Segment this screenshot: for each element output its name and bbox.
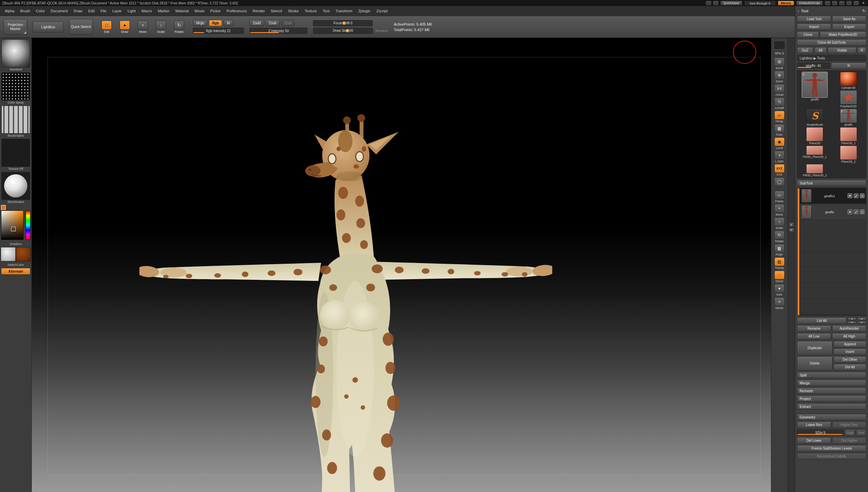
subtool-up-button[interactable]: ▲: [847, 317, 856, 320]
tool-thumb-plane3d[interactable]: Plane3D: [806, 127, 823, 145]
clone-button[interactable]: Clone: [797, 31, 819, 38]
tool-thumb-plane3d-1[interactable]: Plane3D_1: [840, 127, 857, 145]
close-icon[interactable]: ×: [861, 1, 866, 5]
geometry-header[interactable]: Geometry: [797, 414, 866, 420]
shelf-radial-sym-button[interactable]: ◯: [772, 177, 787, 190]
collapse-panel-icon[interactable]: ‹: [798, 9, 799, 13]
tool-thumb-polymesh3d[interactable]: ★ PolyMesh3D: [840, 90, 857, 108]
titlebar-tool-icon[interactable]: [706, 1, 711, 5]
titlebar-tool-icon[interactable]: [713, 1, 718, 5]
shelf-persp-toggle[interactable]: ▱ Persp: [772, 111, 787, 123]
menu-item[interactable]: Edit: [85, 8, 97, 14]
menu-item[interactable]: Alpha: [2, 8, 17, 14]
shelf-frame-button[interactable]: ▭ Frame: [772, 191, 787, 203]
cage-button[interactable]: Cage: [845, 429, 855, 436]
titlebar-tool-icon[interactable]: [854, 1, 859, 5]
menu-item[interactable]: Stencil: [268, 8, 285, 14]
titlebar-tool-icon[interactable]: [846, 1, 852, 5]
del-lower-button[interactable]: Del Lower: [797, 437, 831, 444]
canvas-h-scroll[interactable]: ◀ ▶: [396, 488, 407, 491]
menu-item[interactable]: File: [98, 8, 109, 14]
subtool-item-giraffe[interactable]: giraffe: [800, 204, 866, 220]
menu-item[interactable]: Document: [48, 8, 70, 14]
quick-sketch-button[interactable]: Quick Sketch: [69, 19, 93, 35]
shelf-rotate-button[interactable]: ↻ Rotate: [772, 231, 787, 243]
menu-item[interactable]: Zscript: [374, 8, 390, 14]
see-through-slider[interactable]: See-through 0: [744, 1, 776, 5]
z-intensity-slider[interactable]: Z Intensity 50: [249, 28, 308, 34]
make-polymesh3d-button[interactable]: Make PolyMesh3D: [820, 31, 866, 38]
menu-item[interactable]: Picker: [207, 8, 223, 14]
goz-button[interactable]: GoZ: [797, 47, 813, 54]
tool-thumb-giraffe-2[interactable]: 2 giraffe: [840, 109, 857, 126]
document-canvas[interactable]: ◀ ▶: [32, 38, 771, 492]
shelf-scroll-button[interactable]: ⊞ Scroll: [772, 57, 787, 70]
texture-thumbnail[interactable]: [1, 139, 30, 167]
giraffe-model[interactable]: [139, 110, 552, 492]
shelf-ghost-toggle[interactable]: ◌ Ghost: [772, 271, 787, 283]
titlebar-tool-icon[interactable]: [839, 1, 844, 5]
duplicate-button[interactable]: Duplicate: [797, 341, 832, 355]
menu-item[interactable]: Marker: [155, 8, 172, 14]
tool-thumb-plane3d-2[interactable]: Plane3D_2: [840, 146, 857, 163]
all-low-button[interactable]: All Low: [797, 333, 831, 340]
shelf-scale-button[interactable]: ↕ Scale: [772, 217, 787, 230]
rename-button[interactable]: Rename: [797, 325, 831, 332]
extract-section[interactable]: Extract: [797, 403, 866, 410]
subtool-empty-slot[interactable]: [800, 236, 866, 251]
subtool-down-button[interactable]: ▼: [847, 321, 856, 324]
subtool-options-icon[interactable]: [860, 209, 865, 214]
edit-mode-button[interactable]: □ Edit: [98, 20, 115, 33]
titlebar-tool-icon[interactable]: [825, 1, 830, 5]
save-as-button[interactable]: Save As: [832, 16, 866, 22]
shelf-aahalf-button[interactable]: ½ AAHalf: [772, 97, 787, 110]
zcut-button[interactable]: Zcut: [281, 20, 295, 26]
lightbox-path[interactable]: Lightbox ▶ Tools: [797, 55, 866, 61]
shelf-floor-toggle[interactable]: ▦ Floor: [772, 124, 787, 136]
menu-item[interactable]: Color: [33, 8, 48, 14]
clone-all-subtools-button[interactable]: Clone All SubTools: [797, 39, 866, 46]
menu-item[interactable]: Brush: [17, 8, 33, 14]
autoreorder-button[interactable]: AutoReorder: [832, 325, 866, 332]
cycle-palette-icon[interactable]: ↻: [862, 9, 866, 13]
saturation-value-square[interactable]: [1, 210, 24, 240]
higher-res-button[interactable]: Higher Res: [832, 422, 866, 428]
subtool-scrollbar[interactable]: [798, 188, 799, 315]
smt-button[interactable]: Smt: [856, 429, 866, 436]
mrgb-button[interactable]: Mrgb: [193, 20, 207, 26]
project-section[interactable]: Project: [797, 395, 866, 402]
merge-section[interactable]: Merge: [797, 380, 866, 386]
import-button[interactable]: Import: [797, 24, 831, 30]
alpha-thumbnail[interactable]: [1, 106, 30, 134]
zadd-button[interactable]: Zadd: [249, 20, 264, 26]
hue-bar[interactable]: [26, 210, 30, 240]
goz-r-button[interactable]: R: [857, 47, 866, 54]
active-tool-slider[interactable]: giraffe. 41: [797, 63, 830, 69]
subtool-select-up-button[interactable]: ▲: [857, 317, 866, 320]
projection-master-button[interactable]: Projection Master: [3, 19, 27, 35]
goz-visible-button[interactable]: Visible: [828, 47, 856, 54]
subtool-item-giraffe1[interactable]: giraffe1: [800, 188, 866, 204]
shelf-local-toggle[interactable]: ◉ Local: [772, 137, 787, 150]
shelf-polyframe-toggle[interactable]: ▩ PolyF: [772, 244, 787, 256]
subtool-empty-slot[interactable]: [800, 267, 866, 283]
focal-shift-slider[interactable]: Focal Shift 0: [313, 20, 373, 26]
move-mode-button[interactable]: + Move: [135, 20, 151, 33]
defaultzscript-button[interactable]: DefaultZScript: [796, 1, 823, 5]
remesh-section[interactable]: Remesh: [797, 387, 866, 394]
menu-item[interactable]: Stroke: [285, 8, 301, 14]
visibility-eye-icon[interactable]: [847, 193, 852, 198]
m-button[interactable]: M: [223, 20, 233, 26]
sdiv-slider[interactable]: SDiv 5: [797, 429, 844, 436]
delete-button[interactable]: Delete: [797, 356, 832, 370]
material-thumbnail[interactable]: [1, 172, 30, 200]
rotate-mode-button[interactable]: ↻ Rotate: [171, 20, 187, 33]
menu-item[interactable]: Texture: [302, 8, 320, 14]
polypaint-brush-icon[interactable]: [854, 193, 858, 198]
switchcolor-button[interactable]: SwitchColor: [8, 263, 24, 266]
document-preview-icon[interactable]: [774, 41, 785, 50]
current-stroke[interactable]: Color Spray: [1, 72, 30, 104]
del-other-button[interactable]: Del Other: [833, 356, 866, 363]
secondary-color-swatch[interactable]: [16, 247, 31, 261]
zsub-button[interactable]: Zsub: [266, 20, 280, 26]
